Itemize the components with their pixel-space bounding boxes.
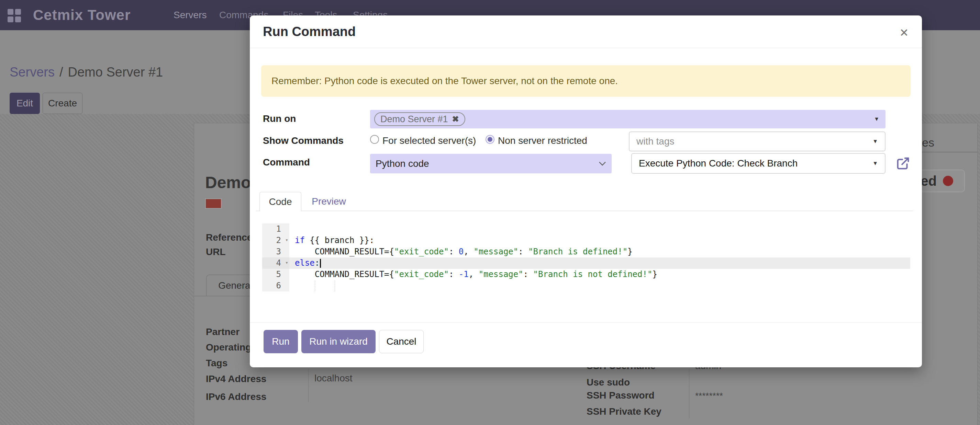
editor-line[interactable]: 6 [262, 280, 910, 292]
chevron-down-icon: ▼ [874, 116, 879, 122]
reference-label: Reference [206, 232, 252, 243]
server-color-swatch[interactable] [205, 198, 222, 209]
cancel-button[interactable]: Cancel [379, 330, 424, 353]
run-button[interactable]: Run [264, 330, 298, 353]
command-type-select[interactable]: Python code [370, 154, 612, 173]
code-editor-lines: 12▾if {{ branch }}:3 COMMAND_RESULT={"ex… [262, 224, 910, 292]
remove-tag-icon[interactable]: ✖ [452, 114, 459, 124]
partner-label: Partner [206, 327, 240, 338]
server-tag-chip[interactable]: Demo Server #1 ✖ [374, 112, 465, 126]
tags-label: Tags [206, 358, 228, 369]
create-button[interactable]: Create [43, 93, 83, 114]
url-label: URL [206, 246, 226, 257]
breadcrumb-current: Demo Server #1 [68, 65, 163, 80]
radio-non-server-restricted-label[interactable]: Non server restricted [498, 135, 587, 146]
editor-line[interactable]: 1 [262, 224, 910, 235]
server-title: Demo [205, 173, 251, 192]
command-label: Command [263, 157, 310, 168]
tab-preview[interactable]: Preview [301, 192, 356, 211]
brand-logo[interactable]: Cetmix Tower [33, 0, 130, 30]
breadcrumb: Servers / Demo Server #1 [10, 64, 163, 80]
chevron-down-icon: ▼ [872, 160, 878, 167]
tab-code[interactable]: Code [259, 192, 301, 211]
editor-line[interactable]: 2▾if {{ branch }}: [262, 235, 910, 246]
show-commands-label: Show Commands [263, 135, 344, 146]
run-in-wizard-button[interactable]: Run in wizard [301, 330, 375, 353]
run-on-label: Run on [263, 113, 296, 124]
status-dot-icon [943, 176, 953, 186]
ipv6-label: IPv6 Address [206, 391, 266, 402]
modal-footer-divider [250, 322, 922, 323]
nav-item-servers[interactable]: Servers [173, 0, 207, 30]
radio-non-server-restricted[interactable] [485, 135, 495, 144]
modal-title: Run Command [263, 24, 356, 39]
truncated-chatter-text: es [922, 136, 934, 149]
close-icon[interactable]: × [894, 23, 914, 42]
radio-for-selected-servers-label[interactable]: For selected server(s) [382, 135, 476, 146]
ipv4-value: localhost [314, 373, 353, 384]
python-warning-alert: Remember: Python code is executed on the… [261, 65, 911, 97]
right-group-divider [689, 369, 689, 418]
chevron-down-icon: ▼ [872, 138, 878, 144]
code-editor[interactable]: 12▾if {{ branch }}:3 COMMAND_RESULT={"ex… [262, 221, 910, 295]
with-tags-select[interactable]: with tags ▼ [629, 132, 886, 151]
editor-line[interactable]: 5 COMMAND_RESULT={"exit_code": -1, "mess… [262, 269, 910, 280]
breadcrumb-servers-link[interactable]: Servers [10, 65, 55, 80]
apps-grid-icon[interactable] [8, 9, 21, 22]
breadcrumb-separator: / [59, 65, 63, 80]
editor-line[interactable]: 3 COMMAND_RESULT={"exit_code": 0, "messa… [262, 246, 910, 257]
text-cursor [320, 259, 321, 268]
ipv4-label: IPv4 Address [206, 374, 266, 384]
ssh-password-label: SSH Password [587, 390, 655, 401]
fold-arrow-icon[interactable]: ▾ [285, 257, 288, 268]
run-on-field[interactable]: Demo Server #1 ✖ ▼ [370, 110, 886, 128]
chevron-down-icon [598, 161, 606, 166]
external-link-icon[interactable] [895, 155, 911, 171]
editor-line[interactable]: 4▾else: [262, 257, 910, 269]
use-sudo-label: Use sudo [587, 377, 630, 388]
fold-arrow-icon[interactable]: ▾ [285, 235, 288, 246]
run-command-modal: Run Command × Remember: Python code is e… [250, 16, 922, 367]
left-group-divider [308, 369, 309, 402]
command-select[interactable]: Execute Python Code: Check Branch ▼ [631, 153, 886, 174]
ssh-password-value: ******** [695, 391, 723, 401]
tab-bar-border [256, 211, 913, 211]
radio-for-selected-servers[interactable] [370, 135, 379, 144]
ssh-private-key-label: SSH Private Key [587, 406, 662, 417]
edit-button[interactable]: Edit [10, 93, 40, 114]
